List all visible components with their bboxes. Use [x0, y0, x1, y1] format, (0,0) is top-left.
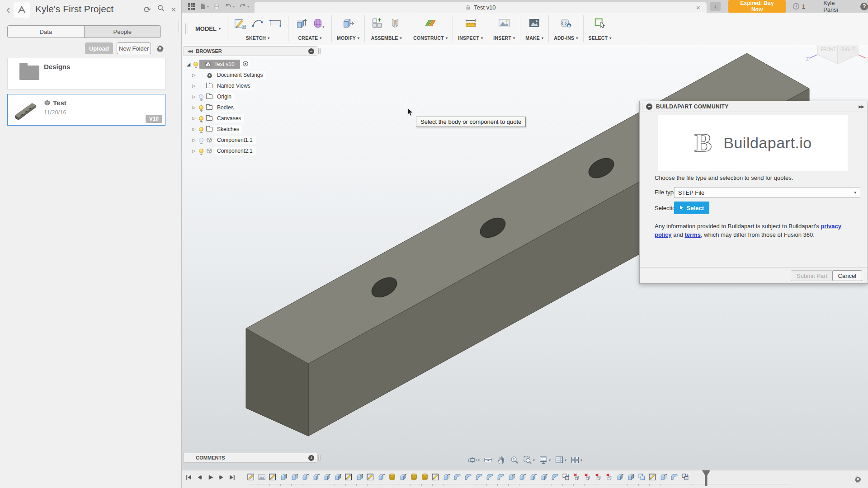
browser-item-label[interactable]: Named Views — [214, 82, 254, 90]
toolbar-menu-sketch[interactable]: SKETCH▾ — [227, 13, 288, 45]
toolbar-menu-label[interactable]: ADD-INS▾ — [554, 33, 578, 42]
chevron-down-icon[interactable]: ▾ — [549, 458, 551, 462]
extrude-icon[interactable] — [293, 15, 309, 31]
collapsed-arrow-icon[interactable]: ▷ — [191, 116, 197, 121]
chevron-down-icon[interactable]: ▾ — [533, 458, 535, 462]
press-pull-icon[interactable] — [340, 15, 356, 31]
timeline-op-extrude[interactable] — [529, 473, 537, 481]
cancel-button[interactable]: Cancel — [832, 270, 862, 281]
timeline-op-delete[interactable] — [583, 473, 591, 481]
timeline-op-thread[interactable] — [420, 473, 429, 481]
timeline-op-extrude[interactable] — [399, 473, 407, 481]
toolbar-menu-construct[interactable]: CONSTRUCT▾ — [408, 13, 453, 45]
document-tab[interactable]: Test v10 × — [255, 2, 707, 13]
timeline-op-fillet[interactable] — [464, 473, 472, 481]
collapsed-arrow-icon[interactable]: ▷ — [191, 84, 197, 88]
timeline-op-sketch[interactable] — [431, 473, 439, 481]
timeline-op-thread[interactable] — [410, 473, 418, 481]
buildapart-header[interactable]: − BUILDAPART COMMUNITY ▶▶ — [640, 101, 868, 112]
timeline-op-extrude[interactable] — [290, 473, 298, 481]
browser-item-label[interactable]: Bodies — [214, 103, 237, 112]
spline-icon[interactable] — [250, 15, 265, 31]
apps-grid-icon[interactable] — [188, 3, 195, 10]
nav-layout-grid-button[interactable]: ▾ — [553, 455, 568, 465]
timeline-op-extrude[interactable] — [301, 473, 309, 481]
visibility-bulb-icon[interactable] — [199, 127, 203, 131]
timeline-op-delete[interactable] — [605, 473, 613, 481]
toolbar-menu-create[interactable]: CREATE▾ — [288, 13, 331, 45]
timeline-op-canvas[interactable] — [258, 473, 266, 481]
browser-item-label[interactable]: Document Settings — [214, 71, 266, 79]
create-sketch-icon[interactable] — [232, 15, 248, 31]
nav-orbit-button[interactable]: ▾ — [467, 455, 481, 465]
timeline-op-thread[interactable] — [388, 473, 396, 481]
nav-pan-button[interactable] — [495, 455, 507, 465]
timeline-op-extrude[interactable] — [659, 473, 667, 481]
search-icon[interactable] — [157, 5, 165, 14]
timeline-op-fillet[interactable] — [486, 473, 494, 481]
toolbar-menu-make[interactable]: MAKE▾ — [520, 13, 548, 45]
dialog-grip[interactable] — [641, 103, 642, 110]
browser-item-label[interactable]: Component1:1 — [214, 136, 256, 144]
toolbar-menu-modify[interactable]: MODIFY▾ — [332, 13, 364, 45]
browser-item-label[interactable]: Sketches — [214, 125, 242, 133]
new-component-icon[interactable] — [370, 15, 385, 31]
timeline-play-button[interactable] — [207, 474, 214, 481]
visibility-bulb-icon[interactable] — [199, 105, 203, 110]
toolbar-menu-label[interactable]: SKETCH▾ — [246, 33, 270, 42]
nav-viewports-button[interactable]: ▾ — [569, 455, 584, 465]
toolbar-menu-label[interactable]: INSERT▾ — [493, 33, 515, 42]
timeline-op-fillet[interactable] — [475, 473, 483, 481]
joint-icon[interactable] — [387, 15, 403, 31]
browser-item-label[interactable]: Component2:1 — [214, 147, 256, 155]
visibility-bulb-icon[interactable] — [199, 149, 203, 153]
timeline-op-sketch[interactable] — [269, 473, 277, 481]
timeline-op-extrude[interactable] — [355, 473, 363, 481]
timeline-op-delete[interactable] — [594, 473, 602, 481]
nav-look-at-button[interactable] — [482, 455, 494, 465]
toolbar-menu-label[interactable]: SELECT▾ — [589, 33, 612, 42]
timeline-op-delete[interactable] — [572, 473, 580, 481]
file-type-select[interactable]: STEP File ▾ — [674, 187, 860, 198]
timeline-op-extrude[interactable] — [507, 473, 515, 481]
timeline-op-sketch[interactable] — [648, 473, 656, 481]
help-icon[interactable]: ? — [860, 3, 868, 10]
collapsed-arrow-icon[interactable]: ▷ — [191, 127, 197, 131]
select-body-button[interactable]: Select — [674, 202, 709, 214]
new-tab-button[interactable]: + — [710, 2, 721, 11]
browser-item-component1-1[interactable]: ▷Component1:1 — [185, 135, 321, 145]
toolbar-menu-label[interactable]: MAKE▾ — [525, 33, 543, 42]
notifications[interactable]: 1 — [793, 3, 805, 10]
timeline-op-sketch[interactable] — [344, 473, 353, 481]
timeline-op-extrude[interactable] — [323, 473, 331, 481]
timeline-op-fillet[interactable] — [670, 473, 678, 481]
upload-button[interactable]: Upload — [85, 42, 113, 54]
timeline-op-component[interactable] — [681, 473, 689, 481]
palette-handle[interactable] — [318, 48, 321, 54]
timeline-op-extrude[interactable] — [442, 473, 450, 481]
browser-item-label[interactable]: Origin — [214, 93, 235, 101]
activate-component-radio[interactable] — [241, 60, 250, 68]
construction-plane-icon[interactable] — [423, 15, 438, 31]
timeline-op-extrude[interactable] — [540, 473, 548, 481]
visibility-bulb-icon[interactable] — [199, 138, 203, 142]
timeline-op-fillet[interactable] — [551, 473, 559, 481]
toolbar-menu-label[interactable]: ASSEMBLE▾ — [371, 33, 402, 42]
expand-right-icon[interactable]: ▶▶ — [859, 104, 864, 109]
visibility-bulb-icon[interactable] — [199, 116, 203, 121]
toolbar-menu-add-ins[interactable]: ADD-INS▾ — [549, 13, 583, 45]
visibility-bulb-icon[interactable] — [199, 94, 203, 99]
toolbar-menu-label[interactable]: CREATE▾ — [298, 33, 322, 42]
browser-item-component2-1[interactable]: ▷Component2:1 — [185, 145, 321, 156]
browser-item-named-views[interactable]: ▷Named Views — [185, 80, 321, 91]
timeline-op-extrude[interactable] — [518, 473, 526, 481]
timeline-op-extrude[interactable] — [312, 473, 320, 481]
browser-item-bodies[interactable]: ▷Bodies — [185, 102, 321, 113]
timeline-op-extrude[interactable] — [377, 473, 385, 481]
toolbar-menu-label[interactable]: MODIFY▾ — [337, 33, 359, 42]
toolbar-menu-select[interactable]: SELECT▾ — [584, 13, 617, 45]
form-icon[interactable] — [311, 15, 326, 31]
palette-handle[interactable] — [318, 455, 321, 461]
timeline-op-paste[interactable] — [637, 473, 646, 481]
timeline-op-component[interactable] — [561, 473, 570, 481]
